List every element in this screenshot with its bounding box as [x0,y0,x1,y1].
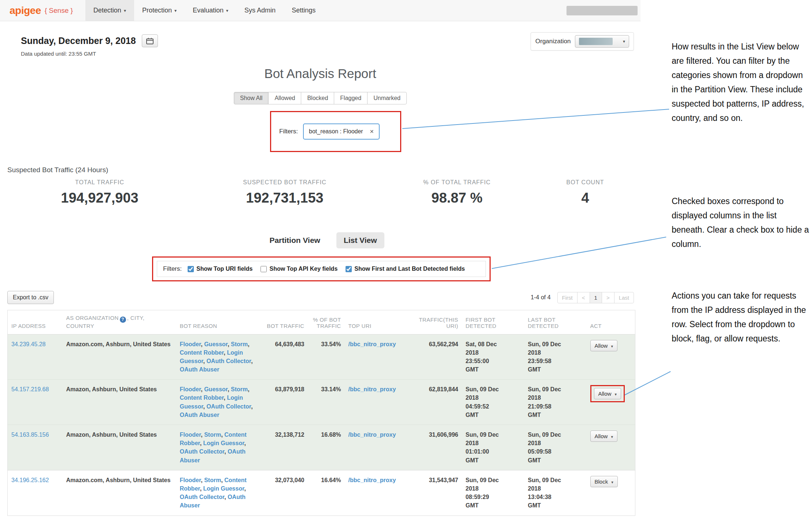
calendar-button[interactable] [142,34,158,47]
chevron-down-icon: ▾ [623,39,625,44]
pct-bot-traffic-cell: 16.68% [308,425,345,470]
ip-cell: 54.157.219.68 [8,380,63,425]
traffic-this-uri-cell: 62,819,844 [407,380,462,425]
bot-reason-link[interactable]: Flooder [180,432,201,438]
as-organization-cell: Amazon.com, Ashburn, United States [63,334,176,380]
first-bot-detected-cell: Sat, 08 Dec 2018 23:55:00 GMT [462,334,524,380]
stat-label: % OF TOTAL TRAFFIC [393,179,521,186]
bot-reason-link[interactable]: OAuth Abuser [180,366,219,373]
top-uri-link[interactable]: /bbc_nitro_proxy [348,432,396,438]
remove-filter-icon[interactable]: ✕ [370,129,374,134]
nav-item-detection[interactable]: Detection▾ [85,0,134,21]
bot-reason-link[interactable]: Content Robber [180,350,224,356]
ip-cell: 54.163.85.156 [8,425,63,470]
column-filter-checkboxes: Show Top URI fieldsShow Top API Key fiel… [188,266,473,272]
list-view-link[interactable]: List View [336,232,384,248]
tab-unmarked[interactable]: Unmarked [367,92,407,104]
as-organization-cell: Amazon, Ashburn, United States [63,425,176,470]
stat-card: BOT COUNT4 [530,179,640,206]
ip-link[interactable]: 54.163.85.156 [11,432,49,438]
organization-label: Organization [535,38,571,45]
bot-reason-link[interactable]: OAuth Collector [180,494,225,500]
chevron-down-icon: ▾ [174,8,177,13]
nav-item-sys-admin[interactable]: Sys Admin [236,0,284,21]
redacted-account-info [566,6,638,15]
export-csv-button[interactable]: Export to .csv [7,291,54,304]
bot-reason-link[interactable]: OAuth Collector [206,358,251,364]
action-dropdown[interactable]: Allow ▾ [590,430,618,442]
ip-link[interactable]: 34.239.45.28 [11,341,45,347]
top-uri-cell: /bbc_nitro_proxy [345,425,407,470]
top-uri-link[interactable]: /bbc_nitro_proxy [348,341,396,347]
action-dropdown[interactable]: Allow ▾ [594,388,621,399]
stat-card: TOTAL TRAFFIC194,927,903 [36,179,164,206]
stat-card: SUSPECTED BOT TRAFFIC192,731,153 [211,179,358,206]
nav-item-evaluation[interactable]: Evaluation▾ [185,0,236,21]
pct-bot-traffic-cell: 16.64% [308,470,345,515]
help-icon[interactable]: ? [120,317,126,323]
top-uri-link[interactable]: /bbc_nitro_proxy [348,477,396,483]
tab-show-all[interactable]: Show All [234,92,269,104]
bot-reason-link[interactable]: Flooder [180,341,201,347]
column-filter-checkbox-1[interactable] [261,266,267,272]
last-bot-detected-cell: Sun, 09 Dec 2018 21:09:58 GMT [524,380,587,425]
bot-reason-link[interactable]: OAuth Collector [180,448,225,455]
bot-reason-link[interactable]: Flooder [180,477,201,483]
bot-reason-link[interactable]: Storm [204,477,221,483]
stat-value: 4 [530,190,640,206]
chevron-down-icon: ▾ [611,480,613,484]
bot-reason-link[interactable]: Content Robber [180,395,224,401]
nav-item-settings[interactable]: Settings [284,0,324,21]
table-row: 34.239.45.28Amazon.com, Ashburn, United … [8,334,635,380]
column-header: TOP URI [345,310,407,334]
column-header: LAST BOT DETECTED [524,310,587,334]
top-uri-link[interactable]: /bbc_nitro_proxy [348,386,396,392]
pager-page-1[interactable]: 1 [590,292,602,303]
column-filter-option[interactable]: Show First and Last Bot Detected fields [346,266,465,272]
column-header: FIRST BOT DETECTED [462,310,524,334]
column-filter-checkbox-0[interactable] [188,266,194,272]
filters-label: Filters: [163,265,182,273]
table-controls: Export to .csv 1-4 of 4 First<1>Last [7,291,634,304]
bot-reason-link[interactable]: OAuth Abuser [180,412,219,418]
table-row: 54.163.85.156Amazon, Ashburn, United Sta… [8,425,635,470]
action-dropdown[interactable]: Allow ▾ [590,340,618,351]
action-cell: Block ▾ [587,470,635,515]
column-filter-option[interactable]: Show Top API Key fields [261,266,337,272]
chevron-down-icon: ▾ [124,8,126,13]
ip-cell: 34.239.45.28 [8,334,63,380]
top-uri-cell: /bbc_nitro_proxy [345,334,407,380]
bot-traffic-cell: 64,639,483 [262,334,308,380]
bot-reason-link[interactable]: Login Guessor [203,440,244,446]
ip-link[interactable]: 34.196.25.162 [11,477,49,483]
organization-dropdown[interactable]: ▾ [575,35,629,48]
column-header: ACT [587,310,635,334]
pager-next: > [602,292,614,303]
bot-reason-link[interactable]: Login Guessor [203,485,244,492]
pct-bot-traffic-cell: 33.54% [308,334,345,380]
pager-last: Last [614,292,634,303]
column-filter-option[interactable]: Show Top URI fields [188,266,252,272]
documentation-annotations: How results in the List View below are f… [672,0,812,525]
chevron-down-icon: ▾ [226,8,228,13]
bot-reason-link[interactable]: Flooder [180,386,201,392]
bot-reason-link[interactable]: Storm [204,432,221,438]
nav-item-protection[interactable]: Protection▾ [134,0,185,21]
tab-flagged[interactable]: Flagged [334,92,368,104]
top-uri-cell: /bbc_nitro_proxy [345,380,407,425]
ip-link[interactable]: 54.157.219.68 [11,386,49,392]
bot-reason-link[interactable]: OAuth Collector [206,403,251,410]
partition-view-link[interactable]: Partition View [269,236,320,245]
calendar-icon [146,38,154,44]
bot-reason-link[interactable]: Guessor [204,386,228,392]
bot-reason-link[interactable]: Storm [231,386,248,392]
last-bot-detected-cell: Sun, 09 Dec 2018 05:09:58 GMT [524,425,587,470]
column-filter-checkbox-2[interactable] [346,266,352,272]
action-dropdown[interactable]: Block ▾ [590,476,618,487]
bot-reason-link[interactable]: Storm [231,341,248,347]
tab-blocked[interactable]: Blocked [301,92,334,104]
bot-traffic-cell: 32,138,712 [262,425,308,470]
filter-tag-text: bot_reason : Flooder [309,128,363,135]
tab-allowed[interactable]: Allowed [268,92,301,104]
bot-reason-link[interactable]: Guessor [204,341,228,347]
